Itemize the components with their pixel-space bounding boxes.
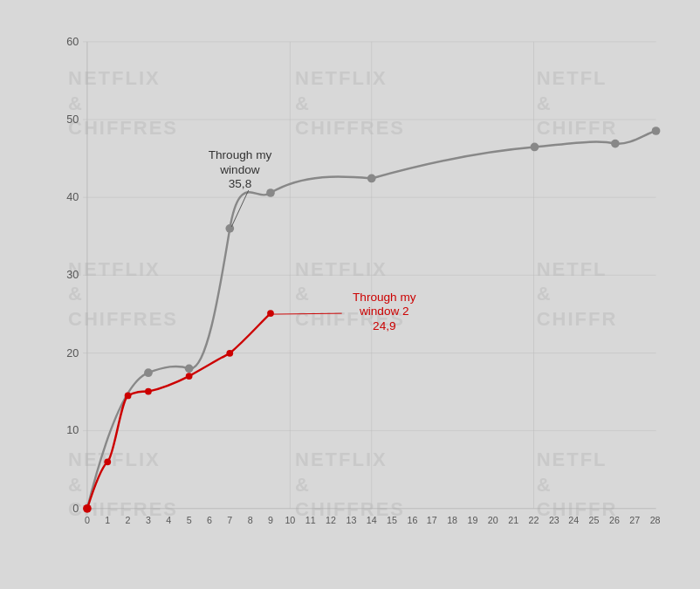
svg-text:9: 9 — [268, 515, 273, 525]
svg-text:24: 24 — [568, 515, 579, 525]
chart-container: NETFLIX&CHIFFRES NETFLIX&CHIFFRES NETFL&… — [10, 9, 690, 580]
svg-point-61 — [267, 310, 274, 317]
svg-point-58 — [145, 388, 152, 395]
main-chart: 60 50 40 30 20 10 0 0 1 — [53, 26, 673, 545]
svg-line-66 — [272, 313, 342, 314]
svg-text:18: 18 — [447, 515, 457, 525]
svg-text:1: 1 — [105, 515, 110, 525]
x-axis: 0 1 2 3 4 5 6 7 8 9 10 11 12 13 — [85, 515, 661, 525]
svg-text:16: 16 — [407, 515, 417, 525]
svg-text:50: 50 — [66, 113, 79, 126]
svg-text:7: 7 — [227, 515, 232, 525]
svg-text:11: 11 — [305, 515, 316, 525]
svg-text:20: 20 — [488, 515, 498, 525]
red-series — [87, 310, 274, 509]
svg-text:Through my: Through my — [209, 148, 272, 161]
svg-text:0: 0 — [72, 503, 79, 515]
svg-text:30: 30 — [66, 269, 79, 281]
red-annotation: Through my window 2 24,9 — [272, 291, 416, 332]
svg-text:6: 6 — [207, 515, 212, 525]
svg-text:13: 13 — [346, 515, 356, 525]
svg-text:21: 21 — [508, 515, 518, 525]
svg-point-52 — [367, 175, 376, 183]
svg-text:20: 20 — [66, 347, 79, 360]
svg-text:3: 3 — [146, 515, 151, 525]
svg-text:35,8: 35,8 — [229, 177, 252, 190]
svg-text:24,9: 24,9 — [373, 319, 396, 332]
gray-annotation: Through my window 35,8 — [209, 148, 272, 227]
svg-point-60 — [226, 350, 233, 357]
svg-text:0: 0 — [85, 515, 90, 525]
svg-text:5: 5 — [187, 515, 192, 525]
svg-text:14: 14 — [367, 515, 377, 525]
svg-text:12: 12 — [326, 515, 336, 525]
svg-text:40: 40 — [66, 191, 79, 203]
svg-text:19: 19 — [468, 515, 478, 525]
svg-point-50 — [225, 224, 234, 233]
svg-text:8: 8 — [248, 515, 253, 525]
svg-point-55 — [652, 127, 661, 135]
svg-point-49 — [185, 364, 194, 373]
svg-text:60: 60 — [66, 36, 79, 48]
svg-point-56 — [104, 458, 111, 465]
svg-text:2: 2 — [126, 515, 131, 525]
svg-text:10: 10 — [66, 424, 79, 436]
svg-point-70 — [83, 504, 92, 513]
svg-text:17: 17 — [427, 515, 437, 525]
svg-text:4: 4 — [166, 515, 171, 525]
svg-point-53 — [531, 143, 539, 152]
svg-point-57 — [125, 393, 132, 400]
y-axis: 60 50 40 30 20 10 0 — [66, 36, 655, 515]
svg-text:26: 26 — [609, 515, 620, 525]
svg-text:window 2: window 2 — [359, 305, 409, 318]
svg-point-54 — [611, 140, 620, 148]
svg-text:window: window — [219, 163, 260, 176]
svg-text:15: 15 — [387, 515, 397, 525]
svg-point-59 — [186, 373, 193, 380]
svg-text:23: 23 — [549, 515, 559, 525]
svg-text:Through my: Through my — [353, 291, 416, 304]
svg-text:22: 22 — [529, 515, 539, 525]
svg-text:25: 25 — [589, 515, 600, 525]
svg-point-51 — [266, 188, 275, 197]
svg-text:10: 10 — [285, 515, 295, 525]
svg-text:28: 28 — [650, 515, 661, 525]
svg-point-48 — [144, 368, 153, 377]
svg-text:27: 27 — [629, 515, 640, 525]
